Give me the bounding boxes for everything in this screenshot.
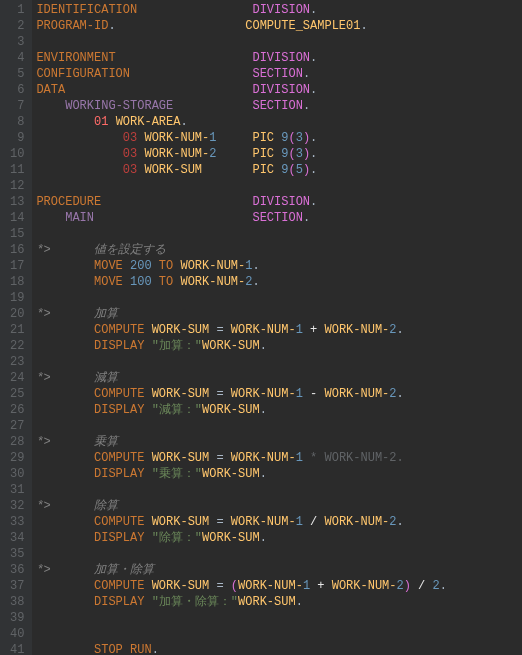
code-line[interactable]: *> 加算 — [36, 306, 522, 322]
token: . — [152, 643, 159, 655]
code-line[interactable]: CONFIGURATION SECTION. — [36, 66, 522, 82]
line-number: 26 — [10, 402, 24, 418]
line-number: 4 — [10, 50, 24, 66]
token: COMPUTE — [94, 323, 144, 337]
token: STOP — [94, 643, 123, 655]
token: . — [310, 195, 317, 209]
code-line[interactable] — [36, 290, 522, 306]
token: . — [260, 403, 267, 417]
code-line[interactable]: DISPLAY "加算・除算："WORK-SUM. — [36, 594, 522, 610]
line-number: 28 — [10, 434, 24, 450]
code-line[interactable]: COMPUTE WORK-SUM = WORK-NUM-1 + WORK-NUM… — [36, 322, 522, 338]
token: WORK-NUM- — [180, 259, 245, 273]
code-line[interactable] — [36, 482, 522, 498]
code-line[interactable]: *> 除算 — [36, 498, 522, 514]
token: COMPUTE — [94, 515, 144, 529]
token: WORK-NUM- — [324, 323, 389, 337]
token: 1 — [303, 579, 310, 593]
code-line[interactable]: DISPLAY "減算："WORK-SUM. — [36, 402, 522, 418]
token: WORK-SUM — [152, 579, 210, 593]
token: / — [303, 515, 325, 529]
token — [152, 275, 159, 289]
token — [144, 531, 151, 545]
line-number: 31 — [10, 482, 24, 498]
code-line[interactable]: COMPUTE WORK-SUM = (WORK-NUM-1 + WORK-NU… — [36, 578, 522, 594]
token: 1 — [296, 451, 303, 465]
token — [36, 147, 122, 161]
code-line[interactable]: 03 WORK-NUM-2 PIC 9(3). — [36, 146, 522, 162]
token — [36, 451, 94, 465]
code-line[interactable]: PROCEDURE DIVISION. — [36, 194, 522, 210]
token: PROCEDURE — [36, 195, 252, 209]
code-line[interactable] — [36, 626, 522, 642]
line-number: 32 — [10, 498, 24, 514]
code-line[interactable]: PROGRAM-ID. COMPUTE_SAMPLE01. — [36, 18, 522, 34]
token: ( — [288, 131, 295, 145]
token: = — [209, 579, 231, 593]
code-line[interactable] — [36, 34, 522, 50]
line-number: 9 — [10, 130, 24, 146]
code-line[interactable]: COMPUTE WORK-SUM = WORK-NUM-1 / WORK-NUM… — [36, 514, 522, 530]
token — [123, 643, 130, 655]
token: 03 — [123, 147, 137, 161]
code-line[interactable]: COMPUTE WORK-SUM = WORK-NUM-1 - WORK-NUM… — [36, 386, 522, 402]
code-line[interactable]: IDENTIFICATION DIVISION. — [36, 2, 522, 18]
token — [36, 131, 122, 145]
code-line[interactable]: MOVE 100 TO WORK-NUM-2. — [36, 274, 522, 290]
code-editor[interactable]: 1234567891011121314151617181920212223242… — [0, 0, 522, 655]
token: . — [310, 51, 317, 65]
line-number: 25 — [10, 386, 24, 402]
token — [36, 323, 94, 337]
token: *> 乗算 — [36, 435, 118, 449]
code-line[interactable]: MAIN SECTION. — [36, 210, 522, 226]
token: 1 — [209, 131, 252, 145]
token: . — [252, 259, 259, 273]
code-line[interactable]: *> 減算 — [36, 370, 522, 386]
code-line[interactable] — [36, 354, 522, 370]
token: / — [411, 579, 433, 593]
line-number-gutter: 1234567891011121314151617181920212223242… — [0, 0, 32, 655]
code-line[interactable] — [36, 226, 522, 242]
code-line[interactable]: 03 WORK-SUM PIC 9(5). — [36, 162, 522, 178]
code-line[interactable] — [36, 546, 522, 562]
token: WORK-SUM — [202, 467, 260, 481]
code-line[interactable]: STOP RUN. — [36, 642, 522, 655]
code-line[interactable]: *> 加算・除算 — [36, 562, 522, 578]
token: . — [310, 163, 317, 177]
code-line[interactable] — [36, 178, 522, 194]
token: ) — [303, 131, 310, 145]
token: PIC — [252, 147, 274, 161]
token: . — [397, 515, 404, 529]
code-line[interactable]: *> 乗算 — [36, 434, 522, 450]
code-line[interactable] — [36, 610, 522, 626]
code-line[interactable]: DATA DIVISION. — [36, 82, 522, 98]
token: *> 加算・除算 — [36, 563, 154, 577]
token: ) — [303, 163, 310, 177]
code-line[interactable]: WORKING-STORAGE SECTION. — [36, 98, 522, 114]
token — [144, 451, 151, 465]
code-area[interactable]: IDENTIFICATION DIVISION.PROGRAM-ID. COMP… — [32, 0, 522, 655]
token — [144, 595, 151, 609]
token: MOVE — [94, 275, 123, 289]
code-line[interactable]: *> 値を設定する — [36, 242, 522, 258]
line-number: 11 — [10, 162, 24, 178]
line-number: 23 — [10, 354, 24, 370]
code-line[interactable]: MOVE 200 TO WORK-NUM-1. — [36, 258, 522, 274]
code-line[interactable]: DISPLAY "除算："WORK-SUM. — [36, 530, 522, 546]
line-number: 38 — [10, 594, 24, 610]
line-number: 34 — [10, 530, 24, 546]
token — [144, 339, 151, 353]
code-line[interactable]: 03 WORK-NUM-1 PIC 9(3). — [36, 130, 522, 146]
token: DIVISION — [252, 51, 310, 65]
token: DATA — [36, 83, 252, 97]
token: 2 — [433, 579, 440, 593]
code-line[interactable]: ENVIRONMENT DIVISION. — [36, 50, 522, 66]
code-line[interactable]: COMPUTE WORK-SUM = WORK-NUM-1 * WORK-NUM… — [36, 450, 522, 466]
token: ( — [231, 579, 238, 593]
token: ( — [288, 147, 295, 161]
code-line[interactable]: DISPLAY "乗算："WORK-SUM. — [36, 466, 522, 482]
line-number: 7 — [10, 98, 24, 114]
code-line[interactable]: 01 WORK-AREA. — [36, 114, 522, 130]
code-line[interactable] — [36, 418, 522, 434]
code-line[interactable]: DISPLAY "加算："WORK-SUM. — [36, 338, 522, 354]
